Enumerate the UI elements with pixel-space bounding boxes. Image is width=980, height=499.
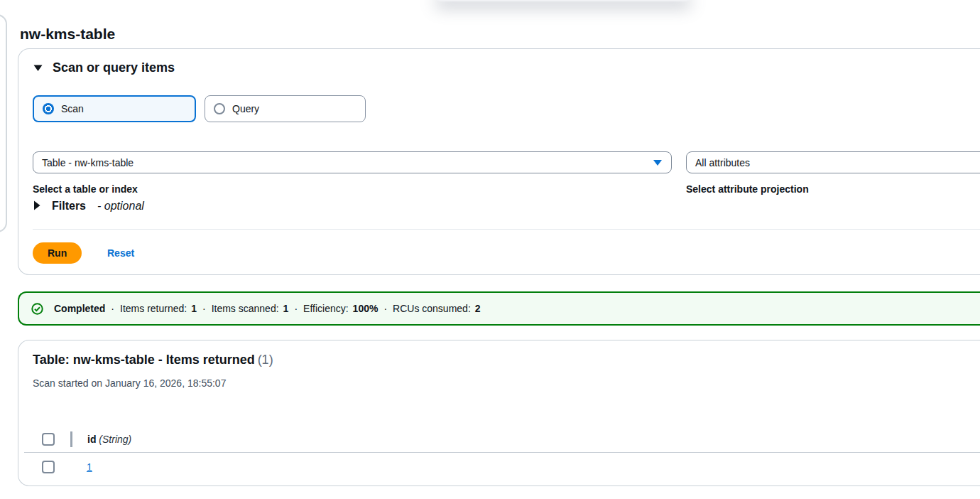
metric-value: 2 <box>475 303 481 314</box>
select-caret-icon <box>653 159 663 166</box>
table-select[interactable]: Table - nw-kms-table <box>33 151 672 173</box>
run-button[interactable]: Run <box>33 242 82 264</box>
triangle-down-icon <box>33 63 43 74</box>
mode-label: Scan <box>61 103 84 114</box>
side-panel-edge <box>0 14 7 232</box>
table-select-label: Select a table or index <box>33 183 138 195</box>
mode-tile-scan[interactable]: Scan <box>33 95 196 122</box>
metric-value: 1 <box>191 303 197 314</box>
mode-tile-query[interactable]: Query <box>205 95 366 122</box>
filters-optional-label: - optional <box>97 200 144 213</box>
scan-started-text: Scan started on January 16, 2026, 18:55:… <box>33 377 226 389</box>
metric-label: Efficiency: <box>303 303 349 314</box>
metric-value: 1 <box>283 303 289 314</box>
page-title: nw-kms-table <box>20 26 115 43</box>
select-all-checkbox[interactable] <box>42 433 55 446</box>
filters-label: Filters <box>52 200 86 213</box>
separator-dot: · <box>201 303 207 314</box>
row-checkbox[interactable] <box>42 461 55 473</box>
radio-checked-icon[interactable] <box>43 103 54 114</box>
column-resize-handle[interactable] <box>70 431 72 447</box>
check-circle-icon <box>31 303 43 315</box>
toast-remnant-shadow <box>435 0 692 1</box>
metric-label: RCUs consumed: <box>393 303 471 314</box>
results-title: Table: nw-kms-table - Items returned <box>33 353 255 367</box>
metric-value: 100% <box>353 303 379 314</box>
table-header-row: id (String) <box>18 426 980 452</box>
mode-label: Query <box>232 103 259 114</box>
separator-dot: · <box>109 303 116 314</box>
metric-label: Items returned: <box>120 303 187 314</box>
results-count: (1) <box>258 353 273 367</box>
results-title-row: Table: nw-kms-table - Items returned (1) <box>33 353 273 367</box>
items-returned-panel: Table: nw-kms-table - Items returned (1)… <box>18 340 980 486</box>
reset-button[interactable]: Reset <box>107 247 134 259</box>
scan-panel-expand-toggle[interactable]: Scan or query items <box>33 60 175 75</box>
projection-select[interactable]: All attributes <box>686 151 980 173</box>
separator-dot: · <box>293 303 299 314</box>
separator-dot: · <box>382 303 388 314</box>
table-select-value: Table - nw-kms-table <box>42 157 134 168</box>
scan-panel-title: Scan or query items <box>53 60 175 75</box>
column-type: (String) <box>99 434 131 445</box>
filters-expand-toggle[interactable]: Filters - optional <box>33 200 144 213</box>
metric-label: Items scanned: <box>212 303 279 314</box>
actions-divider <box>33 229 980 230</box>
triangle-right-icon <box>33 200 40 213</box>
radio-unchecked-icon[interactable] <box>214 103 225 114</box>
column-name: id <box>87 434 96 445</box>
scan-status-banner: Completed · Items returned: 1 · Items sc… <box>18 291 980 326</box>
column-header-id: id (String) <box>87 434 131 445</box>
status-state: Completed <box>54 303 105 314</box>
scan-query-panel: Scan or query items Scan Query Select a … <box>18 48 980 275</box>
item-id-link[interactable]: 1 <box>87 461 92 473</box>
projection-select-label: Select attribute projection <box>686 183 809 195</box>
projection-select-value: All attributes <box>695 157 750 168</box>
table-row: 1 <box>18 453 980 481</box>
